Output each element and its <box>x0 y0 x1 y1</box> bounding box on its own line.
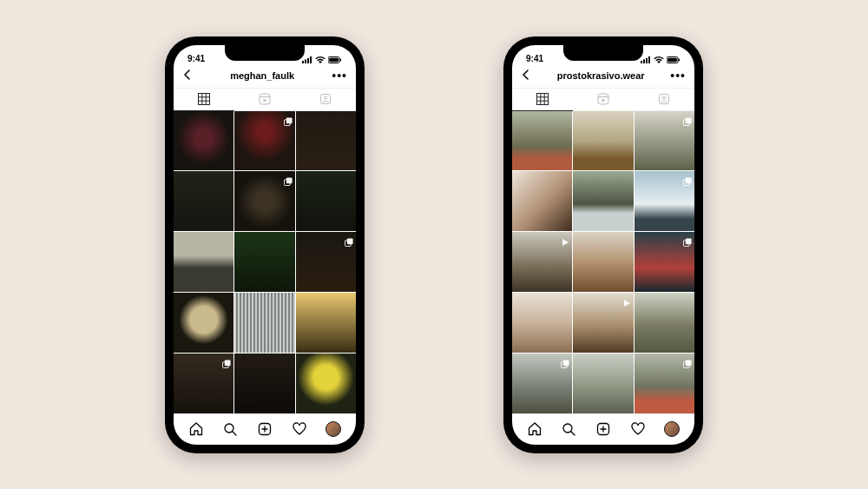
post-thumbnail[interactable] <box>174 111 233 171</box>
status-time: 9:41 <box>187 54 205 63</box>
post-thumbnail[interactable] <box>234 293 294 353</box>
svg-point-15 <box>324 96 326 99</box>
posts-grid <box>512 111 694 413</box>
nav-home[interactable] <box>188 421 204 437</box>
post-thumbnail[interactable] <box>234 354 294 413</box>
reels-icon <box>259 93 271 105</box>
carousel-badge-icon <box>284 174 293 182</box>
device-notch <box>225 45 305 61</box>
nav-create[interactable] <box>595 421 611 437</box>
profile-username[interactable]: meghan_faulk <box>230 70 294 81</box>
post-thumbnail[interactable] <box>573 293 633 353</box>
nav-search[interactable] <box>561 421 576 437</box>
post-thumbnail[interactable] <box>174 293 233 353</box>
post-thumbnail[interactable] <box>635 354 694 413</box>
svg-rect-16 <box>286 117 292 123</box>
device-notch <box>563 45 643 61</box>
svg-rect-41 <box>598 94 608 104</box>
screen: 9:41 meghan_faulk ••• <box>174 45 356 445</box>
nav-create[interactable] <box>257 421 273 437</box>
battery-icon <box>667 56 681 63</box>
nav-profile-avatar[interactable] <box>326 421 341 437</box>
post-thumbnail[interactable] <box>296 293 356 353</box>
back-button[interactable] <box>521 69 531 82</box>
post-thumbnail[interactable] <box>296 111 356 171</box>
tab-grid[interactable] <box>512 89 573 110</box>
nav-activity[interactable] <box>292 421 307 437</box>
svg-rect-53 <box>686 360 692 366</box>
cellular-icon <box>641 56 651 63</box>
svg-rect-29 <box>641 61 642 63</box>
svg-rect-35 <box>679 58 680 61</box>
tagged-icon <box>319 93 332 105</box>
tab-grid[interactable] <box>174 89 234 110</box>
svg-rect-18 <box>286 178 292 184</box>
post-thumbnail[interactable] <box>573 171 633 231</box>
post-thumbnail[interactable] <box>234 171 294 231</box>
post-thumbnail[interactable] <box>296 171 356 231</box>
status-right-cluster <box>302 56 342 63</box>
wifi-icon <box>315 56 326 63</box>
carousel-badge-icon <box>683 356 692 365</box>
svg-rect-5 <box>329 57 339 62</box>
svg-rect-2 <box>307 58 309 63</box>
svg-rect-1 <box>305 59 306 63</box>
post-thumbnail[interactable] <box>512 171 572 231</box>
post-thumbnail[interactable] <box>512 354 572 413</box>
bottom-nav <box>174 413 356 445</box>
svg-rect-45 <box>686 117 692 123</box>
svg-rect-36 <box>537 94 549 105</box>
svg-rect-49 <box>686 238 692 244</box>
svg-rect-20 <box>347 238 353 244</box>
post-thumbnail[interactable] <box>174 354 233 413</box>
status-right-cluster <box>641 56 681 63</box>
bottom-nav <box>512 413 694 445</box>
post-thumbnail[interactable] <box>174 171 233 231</box>
post-thumbnail[interactable] <box>174 232 233 292</box>
post-thumbnail[interactable] <box>512 232 572 292</box>
svg-point-24 <box>225 424 233 433</box>
profile-view-tabs <box>174 89 356 111</box>
svg-rect-0 <box>302 61 304 63</box>
svg-rect-12 <box>260 94 270 104</box>
tab-reels[interactable] <box>573 89 634 110</box>
more-options-button[interactable]: ••• <box>332 69 347 82</box>
post-thumbnail[interactable] <box>234 111 294 171</box>
post-thumbnail[interactable] <box>635 232 694 292</box>
nav-search[interactable] <box>222 421 238 437</box>
nav-home[interactable] <box>527 421 542 437</box>
post-thumbnail[interactable] <box>296 232 356 292</box>
svg-rect-51 <box>563 360 569 366</box>
svg-rect-34 <box>667 57 677 62</box>
video-badge-icon <box>561 235 569 243</box>
carousel-badge-icon <box>284 114 293 122</box>
carousel-badge-icon <box>345 235 353 243</box>
post-thumbnail[interactable] <box>296 354 356 413</box>
svg-point-55 <box>563 424 572 433</box>
post-thumbnail[interactable] <box>635 293 694 353</box>
tab-tagged[interactable] <box>295 89 356 110</box>
svg-rect-30 <box>643 59 645 63</box>
post-thumbnail[interactable] <box>573 111 633 171</box>
back-button[interactable] <box>182 69 193 82</box>
carousel-badge-icon <box>683 114 692 122</box>
tab-reels[interactable] <box>234 89 295 110</box>
more-options-button[interactable]: ••• <box>670 69 686 82</box>
post-thumbnail[interactable] <box>635 111 694 171</box>
post-thumbnail[interactable] <box>234 232 294 292</box>
svg-line-25 <box>233 432 236 435</box>
nav-profile-avatar[interactable] <box>664 421 680 437</box>
profile-navbar: meghan_faulk ••• <box>174 64 356 89</box>
svg-point-44 <box>662 96 665 99</box>
nav-activity[interactable] <box>630 421 646 437</box>
profile-navbar: prostokrasivo.wear ••• <box>512 64 694 89</box>
svg-rect-32 <box>648 56 650 63</box>
profile-username[interactable]: prostokrasivo.wear <box>557 70 645 81</box>
post-thumbnail[interactable] <box>573 354 633 413</box>
post-thumbnail[interactable] <box>512 293 572 353</box>
tab-tagged[interactable] <box>634 89 694 110</box>
post-thumbnail[interactable] <box>573 232 633 292</box>
post-thumbnail[interactable] <box>635 171 694 231</box>
post-thumbnail[interactable] <box>512 111 572 171</box>
battery-icon <box>328 56 342 63</box>
